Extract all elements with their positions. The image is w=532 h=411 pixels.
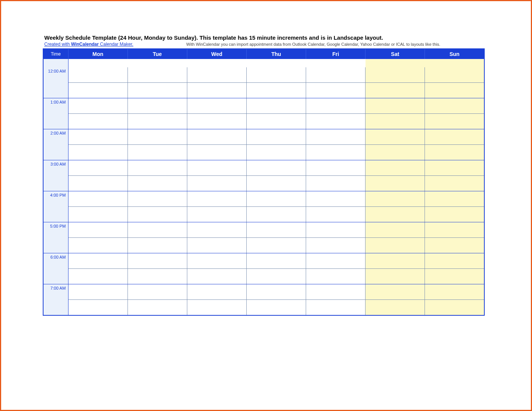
- schedule-cell[interactable]: [68, 67, 128, 83]
- schedule-cell[interactable]: [68, 269, 128, 284]
- schedule-cell[interactable]: [425, 129, 484, 145]
- schedule-cell[interactable]: [306, 145, 366, 160]
- schedule-cell[interactable]: [128, 83, 187, 98]
- schedule-cell[interactable]: [187, 160, 246, 176]
- schedule-cell[interactable]: [246, 191, 306, 207]
- schedule-cell[interactable]: [128, 207, 187, 222]
- schedule-cell[interactable]: [366, 238, 425, 253]
- schedule-cell[interactable]: [246, 300, 306, 316]
- schedule-cell[interactable]: [128, 160, 187, 176]
- schedule-cell[interactable]: [425, 83, 484, 98]
- schedule-cell[interactable]: [425, 114, 484, 129]
- schedule-cell[interactable]: [425, 67, 484, 83]
- schedule-cell[interactable]: [187, 300, 246, 316]
- schedule-cell[interactable]: [425, 160, 484, 176]
- schedule-cell[interactable]: [306, 160, 366, 176]
- schedule-cell[interactable]: [366, 145, 425, 160]
- schedule-cell[interactable]: [306, 300, 366, 316]
- schedule-cell[interactable]: [68, 222, 128, 238]
- schedule-cell[interactable]: [366, 253, 425, 269]
- schedule-cell[interactable]: [246, 98, 306, 114]
- schedule-cell[interactable]: [306, 98, 366, 114]
- schedule-cell[interactable]: [246, 160, 306, 176]
- schedule-cell[interactable]: [366, 284, 425, 300]
- schedule-cell[interactable]: [128, 129, 187, 145]
- schedule-cell[interactable]: [306, 176, 366, 191]
- schedule-cell[interactable]: [187, 129, 246, 145]
- schedule-cell[interactable]: [68, 253, 128, 269]
- schedule-cell[interactable]: [68, 98, 128, 114]
- schedule-cell[interactable]: [306, 269, 366, 284]
- schedule-cell[interactable]: [187, 253, 246, 269]
- schedule-cell[interactable]: [128, 145, 187, 160]
- schedule-cell[interactable]: [128, 191, 187, 207]
- schedule-cell[interactable]: [187, 67, 246, 83]
- schedule-cell[interactable]: [187, 207, 246, 222]
- schedule-cell[interactable]: [366, 114, 425, 129]
- schedule-cell[interactable]: [128, 222, 187, 238]
- schedule-cell[interactable]: [187, 269, 246, 284]
- credit-link[interactable]: Created with WinCalendar Calendar Maker.: [44, 42, 133, 47]
- schedule-cell[interactable]: [68, 284, 128, 300]
- schedule-cell[interactable]: [366, 207, 425, 222]
- schedule-cell[interactable]: [128, 253, 187, 269]
- schedule-cell[interactable]: [246, 176, 306, 191]
- schedule-cell[interactable]: [425, 253, 484, 269]
- schedule-cell[interactable]: [246, 269, 306, 284]
- schedule-cell[interactable]: [68, 207, 128, 222]
- schedule-cell[interactable]: [425, 269, 484, 284]
- schedule-cell[interactable]: [68, 238, 128, 253]
- schedule-cell[interactable]: [68, 129, 128, 145]
- schedule-cell[interactable]: [425, 145, 484, 160]
- schedule-cell[interactable]: [128, 300, 187, 316]
- schedule-cell[interactable]: [425, 300, 484, 316]
- schedule-cell[interactable]: [68, 191, 128, 207]
- schedule-cell[interactable]: [246, 284, 306, 300]
- schedule-cell[interactable]: [306, 284, 366, 300]
- schedule-cell[interactable]: [246, 238, 306, 253]
- schedule-cell[interactable]: [68, 300, 128, 316]
- schedule-cell[interactable]: [425, 176, 484, 191]
- schedule-cell[interactable]: [246, 207, 306, 222]
- schedule-cell[interactable]: [68, 83, 128, 98]
- schedule-cell[interactable]: [246, 83, 306, 98]
- schedule-cell[interactable]: [366, 83, 425, 98]
- schedule-cell[interactable]: [366, 160, 425, 176]
- schedule-cell[interactable]: [187, 114, 246, 129]
- schedule-cell[interactable]: [306, 83, 366, 98]
- schedule-cell[interactable]: [425, 98, 484, 114]
- schedule-cell[interactable]: [187, 145, 246, 160]
- schedule-cell[interactable]: [68, 176, 128, 191]
- schedule-cell[interactable]: [187, 98, 246, 114]
- schedule-cell[interactable]: [246, 253, 306, 269]
- schedule-cell[interactable]: [246, 67, 306, 83]
- schedule-cell[interactable]: [306, 222, 366, 238]
- schedule-cell[interactable]: [187, 176, 246, 191]
- schedule-cell[interactable]: [425, 222, 484, 238]
- schedule-cell[interactable]: [366, 222, 425, 238]
- schedule-cell[interactable]: [187, 222, 246, 238]
- schedule-cell[interactable]: [366, 67, 425, 83]
- schedule-cell[interactable]: [246, 129, 306, 145]
- schedule-cell[interactable]: [366, 191, 425, 207]
- schedule-cell[interactable]: [128, 238, 187, 253]
- schedule-cell[interactable]: [306, 207, 366, 222]
- schedule-cell[interactable]: [306, 114, 366, 129]
- schedule-cell[interactable]: [366, 269, 425, 284]
- schedule-cell[interactable]: [366, 129, 425, 145]
- schedule-cell[interactable]: [306, 67, 366, 83]
- schedule-cell[interactable]: [128, 98, 187, 114]
- schedule-cell[interactable]: [128, 176, 187, 191]
- schedule-cell[interactable]: [128, 269, 187, 284]
- schedule-cell[interactable]: [425, 207, 484, 222]
- schedule-cell[interactable]: [187, 284, 246, 300]
- schedule-cell[interactable]: [187, 191, 246, 207]
- schedule-cell[interactable]: [187, 238, 246, 253]
- schedule-cell[interactable]: [128, 284, 187, 300]
- schedule-cell[interactable]: [306, 238, 366, 253]
- schedule-cell[interactable]: [68, 114, 128, 129]
- schedule-cell[interactable]: [425, 238, 484, 253]
- schedule-cell[interactable]: [187, 83, 246, 98]
- schedule-cell[interactable]: [366, 300, 425, 316]
- schedule-cell[interactable]: [306, 191, 366, 207]
